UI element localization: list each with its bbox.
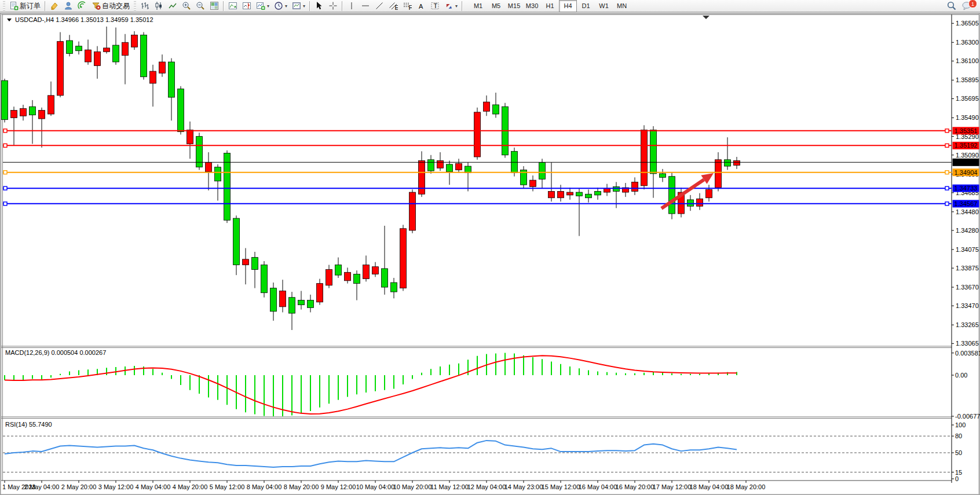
toolbar-grip[interactable] — [134, 1, 136, 10]
timeframe-w1[interactable]: W1 — [595, 0, 613, 12]
auto-scroll-button[interactable] — [226, 0, 240, 12]
price-tick-label: 1.35895 — [956, 76, 979, 83]
search-button[interactable] — [944, 0, 959, 12]
price-tick-label: 1.33670 — [956, 284, 979, 291]
trendline-tool-button[interactable] — [372, 0, 386, 12]
candle-body — [2, 80, 8, 120]
equidistant-channel-icon: E — [389, 1, 398, 10]
channel-tool-button[interactable]: E — [386, 0, 400, 12]
time-tick-label: 10 May 20:00 — [393, 483, 432, 490]
time-tick-label: 12 May 04:00 — [467, 483, 506, 490]
candle-body — [94, 52, 101, 65]
timeframe-mn[interactable]: MN — [613, 0, 631, 12]
notification-badge: 1 — [968, 0, 977, 8]
svg-text:A: A — [419, 3, 423, 10]
candle-body — [697, 199, 703, 206]
candle-body — [57, 42, 64, 96]
dropdown-arrow-icon[interactable]: ▾ — [303, 3, 305, 9]
line-chart-button[interactable] — [166, 0, 180, 12]
timeframe-m30[interactable]: M30 — [523, 0, 541, 12]
signals-button[interactable] — [75, 0, 89, 12]
price-badge-label: 1.34567 — [955, 200, 978, 207]
auto-trading-label: 自动交易 — [102, 1, 130, 11]
price-tick-label: 1.36100 — [956, 57, 979, 64]
candle-body — [558, 191, 564, 197]
fibonacci-icon: F — [403, 1, 412, 10]
dropdown-arrow-icon[interactable]: ▾ — [455, 3, 458, 9]
line-handle[interactable] — [3, 202, 7, 206]
line-handle[interactable] — [3, 186, 7, 190]
text-label-icon: T — [430, 1, 440, 10]
line-handle[interactable] — [945, 129, 949, 133]
template-button[interactable]: ▾ — [290, 0, 308, 12]
horizontal-line-tool-button[interactable] — [359, 0, 372, 12]
rsi-axis-label: 100 — [955, 421, 966, 428]
svg-text:F: F — [409, 4, 412, 10]
tile-windows-button[interactable] — [207, 0, 221, 12]
search-icon — [946, 1, 957, 11]
timeframe-m15[interactable]: M15 — [505, 0, 523, 12]
candle-body — [650, 130, 657, 174]
candle-body — [734, 160, 740, 165]
candle-body — [632, 182, 638, 191]
label-tool-button[interactable]: T — [428, 0, 442, 12]
candle-body — [187, 130, 193, 144]
line-handle[interactable] — [3, 171, 7, 174]
timeframe-d1[interactable]: D1 — [577, 0, 595, 12]
template-icon — [292, 1, 301, 10]
candle-body — [456, 163, 462, 170]
line-handle[interactable] — [945, 186, 949, 190]
chart-title-text: USDCAD-,H4 1.34966 1.35013 1.34959 1.350… — [15, 16, 153, 23]
candle-body — [567, 192, 573, 195]
usdcad-h4-chart[interactable]: 1.365051.363001.361001.358951.356951.354… — [0, 13, 980, 495]
line-handle[interactable] — [3, 144, 7, 147]
auto-trading-button[interactable]: 自动交易 — [89, 0, 132, 12]
zoom-in-button[interactable] — [180, 0, 193, 12]
cursor-tool-button[interactable] — [312, 0, 326, 12]
price-tick-label: 1.33065 — [956, 340, 979, 347]
zoom-out-icon — [196, 1, 205, 10]
candlestick-chart-icon — [154, 1, 163, 10]
candlestick-chart-button[interactable] — [152, 0, 166, 12]
candle-body — [326, 270, 332, 285]
add-indicator-button[interactable]: ▾ — [254, 0, 272, 12]
candle-body — [372, 267, 379, 274]
timeframe-h1[interactable]: H1 — [541, 0, 559, 12]
line-handle[interactable] — [3, 129, 7, 133]
zoom-out-button[interactable] — [193, 0, 207, 12]
toolbar-grip[interactable] — [3, 1, 5, 10]
bar-chart-button[interactable] — [138, 0, 152, 12]
time-tick-label: 9 May 12:00 — [321, 483, 356, 490]
community-button[interactable] — [61, 0, 75, 12]
new-order-button[interactable]: 新订单 — [7, 0, 43, 12]
chart-shift-button[interactable] — [240, 0, 254, 12]
line-handle[interactable] — [945, 144, 949, 147]
separator — [309, 1, 310, 11]
time-tick-label: 17 May 12:00 — [653, 483, 692, 490]
candle-body — [345, 272, 351, 280]
price-tick-label: 1.33470 — [956, 302, 979, 309]
candle-body — [159, 62, 166, 73]
candle-body — [131, 35, 138, 47]
community-icon — [64, 1, 73, 10]
crosshair-tool-button[interactable] — [326, 0, 340, 12]
candle-body — [261, 265, 268, 292]
price-badge-label: 1.35351 — [955, 127, 978, 134]
timeframe-h4[interactable]: H4 — [559, 0, 577, 12]
line-handle[interactable] — [945, 202, 949, 206]
period-button[interactable]: ▾ — [272, 0, 290, 12]
timeframe-m1[interactable]: M1 — [469, 0, 487, 12]
line-handle[interactable] — [945, 171, 949, 174]
rsi-axis-label: 0 — [955, 475, 959, 482]
vertical-line-tool-button[interactable] — [345, 0, 359, 12]
editor-button[interactable] — [47, 0, 61, 12]
candle-body — [493, 105, 499, 114]
dropdown-arrow-icon[interactable]: ▾ — [267, 3, 269, 9]
dropdown-arrow-icon[interactable]: ▾ — [285, 3, 287, 9]
timeframe-m5[interactable]: M5 — [487, 0, 505, 12]
text-tool-button[interactable]: A — [414, 0, 428, 12]
time-tick-label: 2 May 20:00 — [61, 483, 97, 490]
arrows-tool-button[interactable]: ▾ — [442, 0, 460, 12]
chat-button[interactable]: 1 — [959, 0, 977, 12]
fibonacci-tool-button[interactable]: F — [400, 0, 414, 12]
